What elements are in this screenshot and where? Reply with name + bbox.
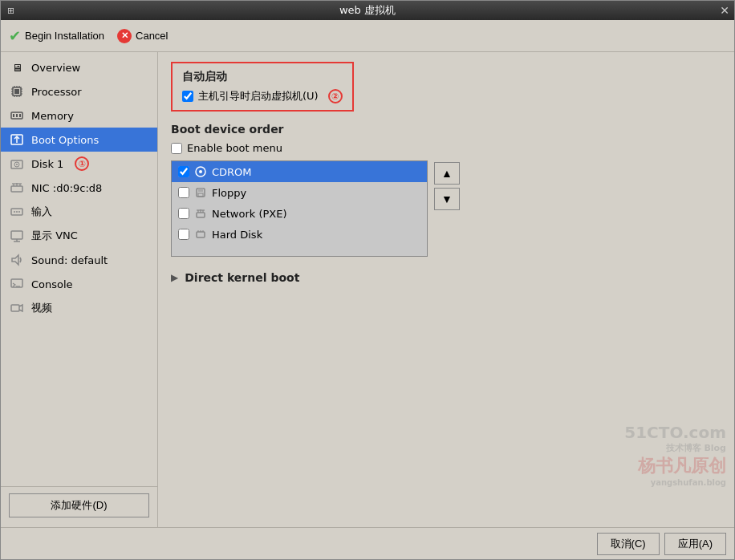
enable-boot-menu-label: Enable boot menu <box>187 142 282 154</box>
sidebar-item-disk1[interactable]: Disk 1 ① <box>1 152 157 176</box>
harddisk-icon <box>194 228 207 241</box>
boot-device-order-title: Boot device order <box>171 123 721 136</box>
harddisk-label: Hard Disk <box>212 229 262 241</box>
close-button[interactable]: ✕ <box>720 4 729 17</box>
svg-rect-23 <box>11 186 22 192</box>
sidebar-label-memory: Memory <box>31 110 74 122</box>
svg-rect-42 <box>198 189 203 192</box>
footer-apply-button[interactable]: 应用(A) <box>664 533 726 555</box>
network-checkbox[interactable] <box>178 208 189 219</box>
boot-device-list: CDROM Floppy <box>171 160 428 257</box>
expand-arrow-icon: ▶ <box>171 272 178 283</box>
svg-marker-35 <box>12 255 18 265</box>
svg-rect-49 <box>197 232 205 237</box>
sidebar-item-console[interactable]: Console <box>1 272 157 296</box>
sidebar-bottom: 添加硬件(D) <box>1 486 157 524</box>
add-hardware-button[interactable]: 添加硬件(D) <box>9 493 149 517</box>
input-icon <box>9 204 25 220</box>
autostart-checkbox-label: 主机引导时启动虚拟机(U) <box>198 89 319 103</box>
sidebar-item-memory[interactable]: Memory <box>1 103 157 128</box>
cdrom-label: CDROM <box>212 166 252 178</box>
video-icon <box>9 300 25 316</box>
cancel-icon: ✕ <box>117 29 132 43</box>
boot-icon <box>9 132 25 148</box>
titlebar: ⊞ web 虚拟机 ✕ <box>1 1 734 20</box>
enable-boot-menu-row: Enable boot menu <box>171 142 721 154</box>
enable-boot-menu-checkbox[interactable] <box>171 143 182 154</box>
network-label: Network (PXE) <box>212 208 287 220</box>
sidebar-label-input: 输入 <box>31 205 52 219</box>
move-up-button[interactable]: ▲ <box>434 162 460 185</box>
sidebar-item-nic[interactable]: NIC :d0:9c:d8 <box>1 176 157 200</box>
svg-point-40 <box>199 170 202 173</box>
direct-kernel-boot-title: Direct kernel boot <box>185 271 299 284</box>
display-icon <box>9 228 25 244</box>
sidebar-item-sound[interactable]: Sound: default <box>1 248 157 272</box>
overview-icon: 🖥 <box>9 59 25 75</box>
sidebar-item-display-vnc[interactable]: 显示 VNC <box>1 224 157 248</box>
cdrom-checkbox[interactable] <box>178 166 189 177</box>
content-area: 自动启动 主机引导时启动虚拟机(U) ② Boot device order E… <box>158 52 734 527</box>
sidebar-label-overview: Overview <box>31 62 80 74</box>
autostart-section: 自动启动 主机引导时启动虚拟机(U) ② <box>171 62 354 112</box>
watermark: 51CTO.com 技术博客 Blog 杨书凡原创 yangshufan.blo… <box>624 423 726 487</box>
main-window: ⊞ web 虚拟机 ✕ ✔ Begin Installation ✕ Cance… <box>0 0 735 560</box>
svg-point-22 <box>16 164 18 165</box>
svg-rect-32 <box>11 231 22 239</box>
sidebar-item-input[interactable]: 输入 <box>1 200 157 224</box>
watermark-line2: 技术博客 Blog <box>624 442 726 454</box>
sound-icon <box>9 252 25 268</box>
sidebar-label-sound: Sound: default <box>31 254 108 266</box>
sidebar-label-disk1: Disk 1 <box>31 158 63 170</box>
boot-device-order-section: Boot device order Enable boot menu CDR <box>171 123 721 257</box>
svg-rect-16 <box>16 114 18 117</box>
footer-cancel-button[interactable]: 取消(C) <box>597 533 660 555</box>
svg-point-29 <box>14 211 15 213</box>
titlebar-left-icon: ⊞ <box>7 6 14 16</box>
watermark-line4: yangshufan.blog <box>624 478 726 487</box>
boot-device-floppy[interactable]: Floppy <box>172 182 427 203</box>
boot-device-cdrom[interactable]: CDROM <box>172 161 427 182</box>
disk-icon <box>9 156 25 172</box>
network-icon <box>194 207 207 220</box>
sidebar-label-processor: Processor <box>31 86 82 98</box>
cancel-label: Cancel <box>136 30 168 42</box>
sidebar-item-video[interactable]: 视频 <box>1 296 157 320</box>
svg-rect-15 <box>13 114 14 117</box>
sidebar-label-video: 视频 <box>31 301 52 315</box>
toolbar: ✔ Begin Installation ✕ Cancel <box>1 20 734 52</box>
begin-install-button[interactable]: ✔ Begin Installation <box>9 27 104 45</box>
sidebar-label-nic: NIC :d0:9c:d8 <box>31 182 102 194</box>
sidebar-item-overview[interactable]: 🖥 Overview <box>1 55 157 79</box>
sidebar-item-boot-options[interactable]: Boot Options <box>1 128 157 152</box>
boot-device-harddisk[interactable]: Hard Disk <box>172 224 427 245</box>
svg-rect-17 <box>19 114 21 117</box>
boot-device-network[interactable]: Network (PXE) <box>172 203 427 224</box>
autostart-checkbox[interactable] <box>182 91 193 102</box>
sidebar-label-display-vnc: 显示 VNC <box>31 229 78 243</box>
window-title: web 虚拟机 <box>339 3 396 18</box>
disk1-badge: ① <box>75 156 89 171</box>
autostart-title: 自动启动 <box>182 70 343 84</box>
sidebar-item-processor[interactable]: Processor <box>1 79 157 103</box>
watermark-line1: 51CTO.com <box>624 423 726 442</box>
svg-rect-44 <box>197 213 205 217</box>
floppy-label: Floppy <box>212 187 246 199</box>
sidebar-label-boot-options: Boot Options <box>31 134 99 146</box>
cdrom-icon <box>194 165 207 178</box>
sidebar: 🖥 Overview Processor Memory <box>1 52 158 527</box>
watermark-line3: 杨书凡原创 <box>624 454 726 478</box>
direct-kernel-boot-section[interactable]: ▶ Direct kernel boot <box>171 268 721 287</box>
main-content: 🖥 Overview Processor Memory <box>1 52 734 527</box>
memory-icon <box>9 108 25 124</box>
boot-order-container: CDROM Floppy <box>171 160 721 257</box>
sidebar-label-console: Console <box>31 278 73 290</box>
nic-icon <box>9 180 25 196</box>
move-down-button[interactable]: ▼ <box>434 188 460 210</box>
floppy-checkbox[interactable] <box>178 187 189 198</box>
harddisk-checkbox[interactable] <box>178 229 189 240</box>
cancel-button[interactable]: ✕ Cancel <box>117 29 168 43</box>
check-icon: ✔ <box>9 27 21 45</box>
svg-rect-1 <box>14 89 19 94</box>
svg-rect-38 <box>11 305 19 311</box>
